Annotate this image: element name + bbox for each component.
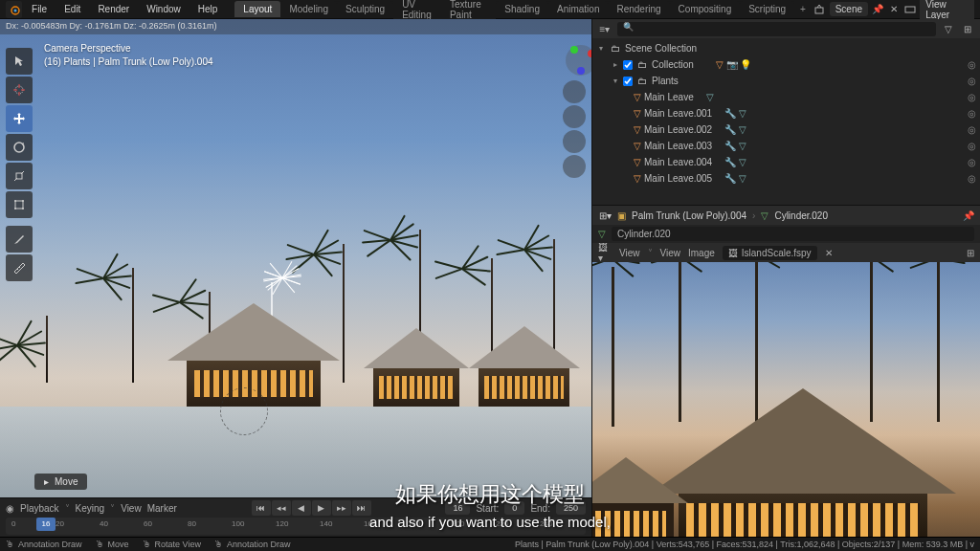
jump-end-button[interactable]: ⏭ xyxy=(352,500,371,516)
outliner-mode-icon[interactable]: ≡▾ xyxy=(598,22,612,35)
eye-icon[interactable]: ◎ xyxy=(968,157,976,167)
new-collection-icon[interactable]: ⊞ xyxy=(961,22,974,35)
eye-icon[interactable]: ◎ xyxy=(968,59,976,70)
expand-icon[interactable]: ▸ xyxy=(611,60,620,69)
menu-help[interactable]: Help xyxy=(190,2,226,16)
eye-icon[interactable]: ◎ xyxy=(968,141,976,151)
annotate-tool[interactable] xyxy=(6,226,33,253)
tab-shading[interactable]: Shading xyxy=(496,1,548,17)
marker-menu[interactable]: Marker xyxy=(147,503,177,514)
svg-point-23 xyxy=(577,67,585,75)
pan-gizmo[interactable] xyxy=(563,105,586,128)
unlink-icon[interactable]: ✕ xyxy=(825,248,833,258)
timeline-icon[interactable]: ◉ xyxy=(6,503,14,514)
close-icon[interactable]: ✕ xyxy=(888,3,901,16)
select-tool[interactable] xyxy=(6,48,33,75)
viewport-scene xyxy=(0,19,591,497)
tab-scripting[interactable]: Scripting xyxy=(740,1,794,17)
add-workspace-button[interactable]: + xyxy=(794,2,812,16)
wrench-icon: 🔧 xyxy=(724,141,736,151)
pin-icon[interactable]: 📌 xyxy=(963,210,974,221)
view-menu-2[interactable]: View xyxy=(660,248,681,258)
outliner-item[interactable]: ▽Main Leave▽◎ xyxy=(592,89,980,105)
image-selector[interactable]: 🖼 IslandScale.fspy xyxy=(723,246,817,260)
status-bar: 🖱Annotation Draw 🖱Move 🖱Rotate View 🖱Ann… xyxy=(0,537,980,551)
prev-key-button[interactable]: ◂◂ xyxy=(272,500,291,516)
tab-layout[interactable]: Layout xyxy=(234,1,280,17)
svg-rect-3 xyxy=(905,7,915,12)
transform-tool[interactable] xyxy=(6,191,33,218)
image-editor-icon[interactable]: 🖼▾ xyxy=(598,246,612,259)
outliner-item[interactable]: ▽Main Leave.002🔧▽◎ xyxy=(592,121,980,138)
outliner-item[interactable]: ▽Main Leave.004🔧▽◎ xyxy=(592,154,980,170)
perspective-gizmo[interactable] xyxy=(563,155,586,178)
svg-point-17 xyxy=(22,208,24,209)
zoom-gizmo[interactable] xyxy=(563,80,586,103)
scene-stats: Plants | Palm Trunk (Low Poly).004 | Ver… xyxy=(515,540,974,549)
outliner-item[interactable]: ▽Main Leave.005🔧▽◎ xyxy=(592,170,980,187)
playback-menu[interactable]: Playback xyxy=(20,503,59,514)
cursor-tool[interactable] xyxy=(6,77,33,103)
mesh-icon: ▽ xyxy=(634,124,641,135)
scale-tool[interactable] xyxy=(6,163,33,189)
eye-icon[interactable]: ◎ xyxy=(968,92,976,102)
pin-icon[interactable]: 📌 xyxy=(872,3,884,16)
eye-icon[interactable]: ◎ xyxy=(968,108,976,119)
props-mode-icon[interactable]: ⊞▾ xyxy=(598,209,612,222)
menu-window[interactable]: Window xyxy=(139,2,189,16)
slot-icon[interactable]: ⊞ xyxy=(967,248,974,258)
eye-icon[interactable]: ◎ xyxy=(968,76,976,86)
svg-line-19 xyxy=(19,267,20,268)
outliner-item[interactable]: ▽Main Leave.001🔧▽◎ xyxy=(592,105,980,121)
tab-sculpting[interactable]: Sculpting xyxy=(337,1,393,17)
outliner-collection[interactable]: ▸ 🗀 Collection ▽ 📷 💡 ◎ xyxy=(592,56,980,73)
timeline-tick: 140 xyxy=(320,519,332,528)
timeline-tick: 20 xyxy=(56,519,64,528)
play-reverse-button[interactable]: ◀ xyxy=(292,500,311,516)
jump-start-button[interactable]: ⏮ xyxy=(252,500,271,516)
tab-modeling[interactable]: Modeling xyxy=(280,1,337,17)
filter-icon[interactable]: ▽ xyxy=(942,22,955,35)
collection-enable-checkbox[interactable] xyxy=(623,77,633,86)
scene-selector[interactable]: Scene xyxy=(830,2,868,16)
eye-icon[interactable]: ◎ xyxy=(968,124,976,135)
menu-file[interactable]: File xyxy=(24,2,55,16)
tab-compositing[interactable]: Compositing xyxy=(670,1,741,17)
tab-rendering[interactable]: Rendering xyxy=(608,1,669,17)
camera-label: Camera Perspective xyxy=(44,42,213,55)
collapse-icon[interactable]: ▾ xyxy=(596,44,606,53)
outliner-plants[interactable]: ▾ 🗀 Plants ◎ xyxy=(592,73,980,89)
blender-logo-icon[interactable] xyxy=(6,1,22,18)
outliner-item[interactable]: ▽Main Leave.003🔧▽◎ xyxy=(592,138,980,154)
svg-point-15 xyxy=(22,200,24,202)
collection-enable-checkbox[interactable] xyxy=(623,60,633,70)
modifier-icon: ▽ xyxy=(706,92,714,102)
collapse-icon[interactable]: ▾ xyxy=(611,77,620,85)
keying-menu[interactable]: Keying xyxy=(76,503,105,514)
play-button[interactable]: ▶ xyxy=(312,500,331,516)
view-menu[interactable]: View xyxy=(121,503,142,514)
outliner-search[interactable]: 🔍 xyxy=(617,22,936,36)
svg-point-16 xyxy=(14,208,16,209)
svg-point-1 xyxy=(13,9,16,11)
image-viewport[interactable] xyxy=(592,262,980,551)
playhead[interactable]: 16 xyxy=(36,518,56,531)
view-menu[interactable]: View xyxy=(619,248,640,258)
outliner-scene-collection[interactable]: ▾ 🗀 Scene Collection xyxy=(592,40,980,56)
rotate-tool[interactable] xyxy=(6,134,33,161)
menu-edit[interactable]: Edit xyxy=(56,2,88,16)
menu-render[interactable]: Render xyxy=(90,2,137,16)
mesh-name-field[interactable]: Cylinder.020 xyxy=(612,227,974,241)
move-tool[interactable] xyxy=(6,105,33,132)
operator-badge[interactable]: ▸ Move xyxy=(34,474,87,490)
image-menu[interactable]: Image xyxy=(688,248,715,258)
viewport-3d[interactable]: Dx: -0.005483m Dy: -0.1761m Dz: -0.2625m… xyxy=(0,19,591,497)
orbit-gizmo[interactable] xyxy=(563,42,586,78)
wrench-icon: 🔧 xyxy=(724,173,736,184)
scene-icon xyxy=(813,3,826,16)
next-key-button[interactable]: ▸▸ xyxy=(332,500,351,516)
eye-icon[interactable]: ◎ xyxy=(968,173,976,184)
measure-tool[interactable] xyxy=(6,254,33,281)
tab-animation[interactable]: Animation xyxy=(548,1,608,17)
camera-gizmo[interactable] xyxy=(563,130,586,153)
